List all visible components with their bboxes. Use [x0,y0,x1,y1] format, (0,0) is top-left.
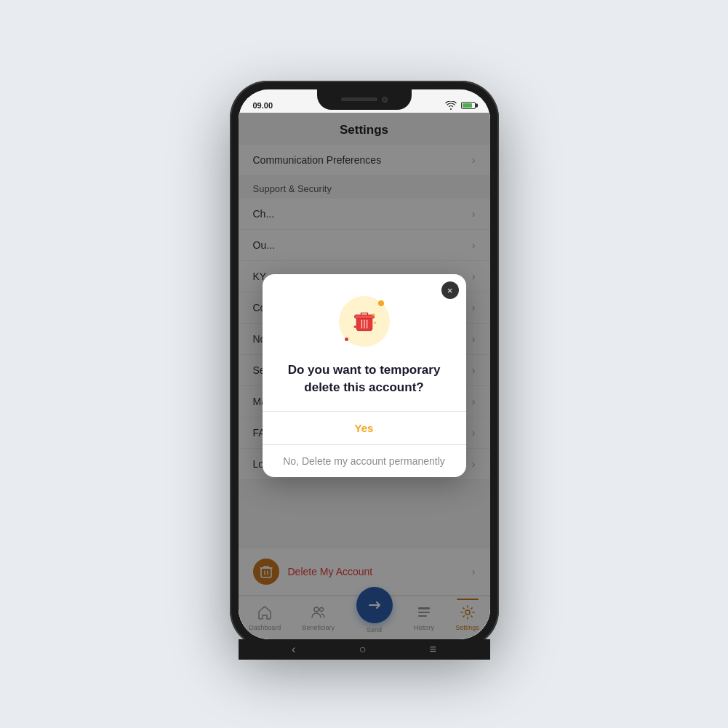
battery-icon [461,102,476,109]
dialog-question-text: Do you want to temporary delete this acc… [280,361,449,396]
dialog-body: Do you want to temporary delete this acc… [263,274,466,411]
yes-button[interactable]: Yes [263,412,466,445]
dialog-icon-wrapper [339,296,390,347]
svg-point-14 [374,322,376,324]
modal-overlay[interactable]: × [239,113,490,639]
notch [317,89,412,110]
phone-shell: 09.00 Settings [230,81,499,648]
delete-confirmation-dialog: × [263,274,466,477]
back-button[interactable]: ‹ [292,643,295,656]
time-display: 09.00 [253,101,273,110]
home-indicator-row: ‹ ○ ≡ [239,639,490,660]
svg-rect-8 [354,315,374,319]
phone-screen: 09.00 Settings [239,89,490,639]
dialog-close-button[interactable]: × [441,281,459,299]
dialog-trash-icon [351,308,377,335]
dialog-actions: Yes No, Delete my account permanently [263,412,466,477]
camera [382,97,388,103]
status-icons [445,101,476,110]
wifi-icon [445,101,457,110]
screen-content: Settings Communication Preferences › Sup… [239,113,490,639]
no-delete-permanently-button[interactable]: No, Delete my account permanently [263,445,466,477]
home-button[interactable]: ○ [359,643,367,656]
svg-point-13 [353,326,356,329]
menu-button[interactable]: ≡ [430,643,436,656]
svg-point-12 [372,313,375,316]
speaker [341,97,377,101]
